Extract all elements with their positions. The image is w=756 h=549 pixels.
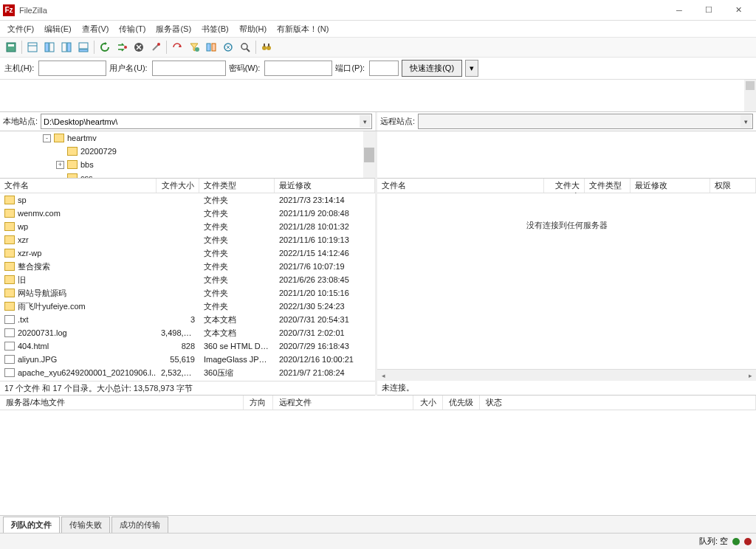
- col-name[interactable]: 文件名: [377, 179, 544, 193]
- file-row[interactable]: xzr-wp文件夹2022/1/15 14:12:46: [0, 246, 375, 260]
- chevron-down-icon[interactable]: ▾: [360, 115, 371, 128]
- file-row[interactable]: 20200731.log3,498,987文本文档2020/7/31 2:02:…: [0, 326, 375, 339]
- file-row[interactable]: wp文件夹2021/1/28 10:01:32: [0, 220, 375, 233]
- tab-succeeded[interactable]: 成功的传输: [111, 517, 168, 533]
- quickconnect-button[interactable]: 快速连接(Q): [402, 60, 462, 77]
- toggle-queue-icon[interactable]: [75, 39, 92, 55]
- toggle-remote-tree-icon[interactable]: [58, 39, 75, 55]
- disconnect-icon[interactable]: [148, 39, 164, 55]
- file-mtime: 2020/7/31 2:02:01: [275, 328, 375, 337]
- menu-bookmarks[interactable]: 书签(B): [197, 22, 233, 36]
- file-row[interactable]: aliyun.JPG55,619ImageGlass JPG ...2020/1…: [0, 353, 375, 366]
- tree-expand-icon[interactable]: +: [56, 161, 64, 169]
- tree-node[interactable]: +bbs: [0, 158, 375, 171]
- col-name[interactable]: 文件名: [0, 179, 157, 193]
- file-row[interactable]: 404.html828360 se HTML Do...2020/7/29 16…: [0, 339, 375, 353]
- tree-node[interactable]: -heartmv: [0, 131, 375, 145]
- sitemanager-icon[interactable]: [3, 39, 19, 55]
- file-row[interactable]: 旧文件夹2021/6/26 23:08:45: [0, 273, 375, 286]
- local-path-combo[interactable]: D:\Desktop\heartmv\ ▾: [41, 114, 372, 129]
- svg-line-18: [247, 49, 250, 52]
- maximize-button[interactable]: ☐: [694, 0, 724, 21]
- file-size: 2,532,450: [157, 368, 199, 377]
- tree-scrollbar[interactable]: [363, 131, 375, 178]
- chevron-down-icon[interactable]: ▾: [740, 115, 752, 128]
- remote-tree[interactable]: [377, 131, 756, 179]
- binoculars-icon[interactable]: [258, 39, 275, 55]
- menu-transfer[interactable]: 传输(T): [114, 22, 150, 36]
- tree-node[interactable]: css: [0, 171, 375, 179]
- local-file-list[interactable]: sp文件夹2021/7/3 23:14:14wenmv.com文件夹2021/1…: [0, 193, 375, 381]
- toggle-log-icon[interactable]: [24, 39, 41, 55]
- file-name: wenmv.com: [18, 209, 61, 218]
- process-queue-icon[interactable]: [114, 39, 130, 55]
- file-type: 360 se HTML Do...: [199, 342, 275, 351]
- file-row[interactable]: 雨飞叶yufeiye.com文件夹2022/1/30 5:24:23: [0, 300, 375, 313]
- tab-failed[interactable]: 传输失败: [61, 517, 110, 533]
- menu-new-version[interactable]: 有新版本！(N): [272, 22, 333, 36]
- qcol-priority[interactable]: 优先级: [443, 396, 480, 410]
- file-name: xzr-wp: [18, 249, 41, 258]
- svg-point-12: [157, 43, 160, 46]
- menu-view[interactable]: 查看(V): [78, 22, 114, 36]
- pass-input[interactable]: [264, 61, 332, 76]
- svg-point-13: [195, 47, 199, 52]
- queue-list[interactable]: [0, 410, 756, 515]
- col-mtime[interactable]: 最近修改: [630, 179, 710, 193]
- local-tree[interactable]: -heartmv20200729+bbscss: [0, 131, 375, 179]
- pass-label: 密码(W):: [229, 63, 261, 74]
- remote-file-list[interactable]: 没有连接到任何服务器: [377, 193, 756, 369]
- file-size: 828: [157, 342, 199, 351]
- refresh-icon[interactable]: [97, 39, 113, 55]
- menu-server[interactable]: 服务器(S): [151, 22, 196, 36]
- qcol-server[interactable]: 服务器/本地文件: [0, 396, 244, 410]
- file-row[interactable]: sp文件夹2021/7/3 23:14:14: [0, 193, 375, 207]
- queue-header: 服务器/本地文件 方向 远程文件 大小 优先级 状态: [0, 396, 756, 410]
- filter-icon[interactable]: [186, 39, 202, 55]
- user-input[interactable]: [152, 61, 226, 76]
- remote-path-combo[interactable]: ▾: [418, 114, 753, 129]
- qcol-direction[interactable]: 方向: [244, 396, 273, 410]
- tree-expand-icon[interactable]: -: [43, 134, 51, 142]
- col-size[interactable]: 文件大小: [544, 179, 585, 193]
- reconnect-icon[interactable]: [169, 39, 185, 55]
- menu-help[interactable]: 帮助(H): [235, 22, 271, 36]
- svg-rect-5: [49, 43, 54, 52]
- col-perm[interactable]: 权限: [710, 179, 756, 193]
- tab-queued[interactable]: 列队的文件: [3, 517, 60, 533]
- quickconnect-dropdown[interactable]: ▾: [465, 60, 478, 77]
- log-scrollbar[interactable]: [744, 80, 756, 111]
- col-type[interactable]: 文件类型: [199, 179, 275, 193]
- cancel-icon[interactable]: [131, 39, 147, 55]
- menu-edit[interactable]: 编辑(E): [40, 22, 76, 36]
- file-type: 文件夹: [199, 195, 275, 206]
- col-mtime[interactable]: 最近修改: [275, 179, 375, 193]
- qcol-remote[interactable]: 远程文件: [273, 396, 413, 410]
- file-row[interactable]: xzr文件夹2021/11/6 10:19:13: [0, 233, 375, 246]
- file-row[interactable]: .txt3文本文档2020/7/31 20:54:31: [0, 313, 375, 326]
- file-mtime: 2021/7/6 10:07:19: [275, 262, 375, 271]
- toggle-local-tree-icon[interactable]: [41, 39, 58, 55]
- search-icon[interactable]: [237, 39, 253, 55]
- minimize-button[interactable]: ─: [664, 0, 694, 21]
- file-row[interactable]: 整合搜索文件夹2021/7/6 10:07:19: [0, 260, 375, 273]
- remote-list-header: 文件名 文件大小 文件类型 最近修改 权限: [377, 179, 756, 193]
- message-log[interactable]: [0, 80, 756, 112]
- compare-icon[interactable]: [203, 39, 219, 55]
- file-row[interactable]: 网站导航源码文件夹2021/1/20 10:15:16: [0, 286, 375, 300]
- close-button[interactable]: ✕: [724, 0, 753, 21]
- menu-file[interactable]: 文件(F): [3, 22, 38, 36]
- file-row[interactable]: apache_xyu6249200001_20210906.l...2,532,…: [0, 366, 375, 379]
- remote-hscrollbar[interactable]: ◂▸: [377, 369, 756, 381]
- col-size[interactable]: 文件大小: [157, 179, 199, 193]
- file-row[interactable]: wenmv.com文件夹2021/11/9 20:08:48: [0, 207, 375, 220]
- port-input[interactable]: [369, 61, 399, 76]
- folder-icon: [67, 173, 78, 179]
- host-input[interactable]: [38, 61, 106, 76]
- sync-browse-icon[interactable]: [220, 39, 236, 55]
- col-type[interactable]: 文件类型: [585, 179, 630, 193]
- file-type: 文件夹: [199, 208, 275, 219]
- qcol-status[interactable]: 状态: [480, 396, 756, 410]
- qcol-size[interactable]: 大小: [413, 396, 443, 410]
- tree-node[interactable]: 20200729: [0, 145, 375, 158]
